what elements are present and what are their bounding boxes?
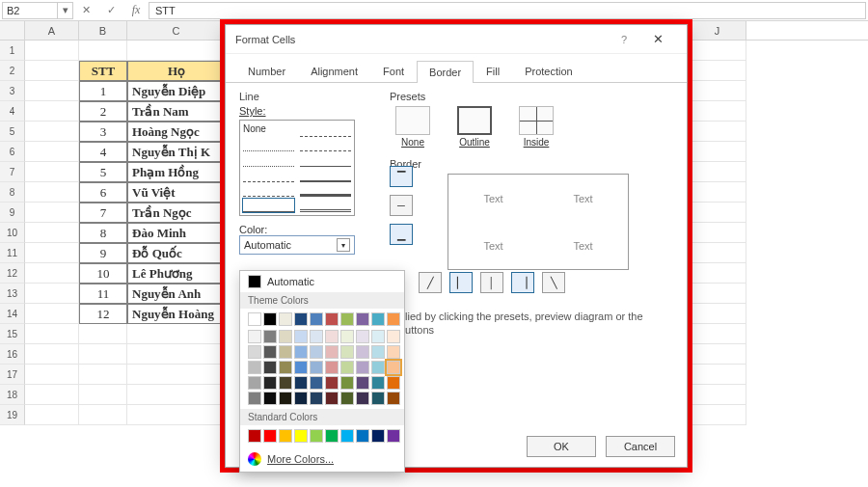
tab-border[interactable]: Border xyxy=(417,61,474,83)
color-swatch[interactable] xyxy=(248,429,261,443)
cell[interactable]: Phạm Hồng xyxy=(127,162,226,182)
color-swatch[interactable] xyxy=(387,312,400,326)
cell[interactable] xyxy=(25,81,79,101)
cell[interactable] xyxy=(689,324,746,344)
style-none[interactable]: None xyxy=(243,123,294,137)
color-swatch[interactable] xyxy=(310,392,323,405)
color-swatch[interactable] xyxy=(340,312,354,326)
cell[interactable] xyxy=(25,324,79,344)
cell[interactable] xyxy=(25,385,79,405)
color-swatch[interactable] xyxy=(387,429,400,443)
cell[interactable] xyxy=(79,385,127,405)
row-header[interactable]: 6 xyxy=(0,142,25,162)
color-swatch[interactable] xyxy=(387,376,400,390)
color-swatch[interactable] xyxy=(310,376,323,390)
cell[interactable] xyxy=(25,365,79,385)
cell[interactable] xyxy=(689,41,746,61)
row-header[interactable]: 16 xyxy=(0,344,25,365)
style-option[interactable] xyxy=(300,169,351,182)
color-swatch[interactable] xyxy=(263,361,277,374)
row-header[interactable]: 19 xyxy=(0,405,25,425)
row-header[interactable]: 18 xyxy=(0,385,25,405)
cell[interactable] xyxy=(689,61,746,81)
cell[interactable] xyxy=(25,405,79,425)
tab-protection[interactable]: Protection xyxy=(512,60,585,82)
cell[interactable] xyxy=(689,243,746,263)
color-swatch[interactable] xyxy=(356,376,369,390)
cancel-button[interactable]: Cancel xyxy=(606,436,675,457)
color-swatch[interactable] xyxy=(294,429,308,443)
color-swatch[interactable] xyxy=(279,376,292,390)
cell[interactable] xyxy=(689,405,746,425)
color-swatch[interactable] xyxy=(387,345,400,359)
cell[interactable] xyxy=(25,142,79,162)
preset-none[interactable]: None xyxy=(390,106,436,148)
cell[interactable] xyxy=(79,365,127,385)
cell[interactable] xyxy=(25,263,79,284)
cell[interactable] xyxy=(689,182,746,203)
cell[interactable] xyxy=(25,243,79,263)
cell[interactable] xyxy=(25,101,79,122)
cell[interactable]: 1 xyxy=(79,81,127,101)
cell[interactable]: 10 xyxy=(79,263,127,284)
cell[interactable] xyxy=(689,81,746,101)
border-middle-h-button[interactable]: ─ xyxy=(390,195,413,216)
dialog-help-icon[interactable]: ? xyxy=(610,34,638,45)
cell[interactable] xyxy=(25,182,79,203)
cell[interactable] xyxy=(689,263,746,284)
color-swatch[interactable] xyxy=(294,392,308,405)
automatic-color-item[interactable]: Automatic xyxy=(240,271,404,292)
color-swatch[interactable] xyxy=(325,312,339,326)
color-swatch[interactable] xyxy=(325,429,339,443)
color-swatch[interactable] xyxy=(279,330,292,343)
color-swatch[interactable] xyxy=(263,392,277,405)
cell[interactable]: Họ xyxy=(127,61,226,81)
row-header[interactable]: 12 xyxy=(0,263,25,284)
color-swatch[interactable] xyxy=(325,376,339,390)
cell[interactable] xyxy=(689,203,746,223)
color-swatch[interactable] xyxy=(356,312,369,326)
cell[interactable]: 8 xyxy=(79,223,127,243)
style-option[interactable] xyxy=(243,184,294,198)
formula-input[interactable]: STT xyxy=(149,2,866,19)
color-swatch[interactable] xyxy=(356,429,369,443)
color-swatch[interactable] xyxy=(294,361,308,374)
cell[interactable] xyxy=(689,284,746,304)
row-header[interactable]: 1 xyxy=(0,41,25,61)
col-header[interactable]: A xyxy=(25,21,79,40)
color-swatch[interactable] xyxy=(371,361,385,374)
row-header[interactable]: 5 xyxy=(0,122,25,142)
cell[interactable] xyxy=(689,122,746,142)
color-swatch[interactable] xyxy=(279,361,292,374)
color-swatch[interactable] xyxy=(340,392,354,405)
cell[interactable]: 2 xyxy=(79,101,127,122)
style-option[interactable] xyxy=(300,139,351,152)
dialog-close-icon[interactable]: ✕ xyxy=(638,26,677,53)
preset-inside[interactable]: Inside xyxy=(513,106,559,148)
color-swatch[interactable] xyxy=(248,361,261,374)
tab-font[interactable]: Font xyxy=(370,60,417,82)
border-bottom-button[interactable]: ▁ xyxy=(390,224,413,245)
cell[interactable] xyxy=(25,344,79,365)
cell[interactable] xyxy=(127,405,226,425)
color-swatch[interactable] xyxy=(279,345,292,359)
cell[interactable] xyxy=(689,162,746,182)
cell[interactable] xyxy=(689,365,746,385)
cell[interactable] xyxy=(25,122,79,142)
cell[interactable] xyxy=(79,324,127,344)
row-header[interactable]: 8 xyxy=(0,182,25,203)
color-swatch[interactable] xyxy=(325,361,339,374)
cell[interactable] xyxy=(79,405,127,425)
style-option[interactable] xyxy=(243,199,294,212)
cell[interactable] xyxy=(25,203,79,223)
color-swatch[interactable] xyxy=(387,330,400,343)
cell[interactable]: Lê Phương xyxy=(127,263,226,284)
row-header[interactable]: 15 xyxy=(0,324,25,344)
color-swatch[interactable] xyxy=(340,376,354,390)
color-swatch[interactable] xyxy=(310,330,323,343)
color-swatch[interactable] xyxy=(279,429,292,443)
cell[interactable] xyxy=(127,385,226,405)
cell[interactable]: 6 xyxy=(79,182,127,203)
color-swatch[interactable] xyxy=(387,361,400,374)
cell[interactable]: 12 xyxy=(79,304,127,324)
